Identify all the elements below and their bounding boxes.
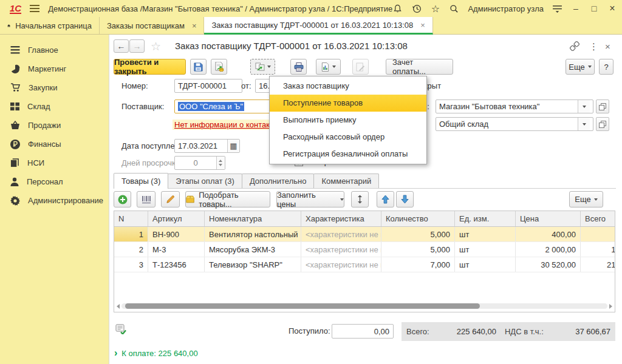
minimize-button[interactable]: –: [571, 4, 581, 13]
sidebar-item-warehouse[interactable]: Склад: [0, 97, 109, 116]
move-up-button[interactable]: [377, 191, 394, 207]
shop-field[interactable]: Магазин "Бытовая техника": [436, 99, 593, 113]
table-cell[interactable]: М-3: [148, 242, 205, 257]
table-cell[interactable]: 5,000: [381, 227, 455, 241]
forward-button[interactable]: →: [129, 39, 145, 53]
kebab-menu-icon[interactable]: ⋮: [589, 41, 598, 52]
table-cell[interactable]: шт: [455, 257, 516, 272]
detail-tab[interactable]: Этапы оплат (3): [168, 174, 242, 188]
spinner-arrows-icon[interactable]: [216, 157, 225, 169]
sidebar-item-purchases[interactable]: Закупки: [0, 78, 109, 97]
table-cell[interactable]: Т-123456: [148, 257, 205, 272]
shop-dropdown-button[interactable]: [578, 100, 590, 113]
table-cell[interactable]: <характеристики не и...: [301, 242, 381, 257]
to-pay-link[interactable]: › К оплате: 225 640,00: [114, 348, 198, 359]
table-cell[interactable]: шт: [455, 242, 516, 257]
warehouse-field[interactable]: Общий склад: [436, 117, 593, 131]
table-cell[interactable]: 2 000,00: [516, 242, 581, 257]
table-cell[interactable]: <характеристики не и...: [301, 227, 381, 241]
table-cell[interactable]: 2: [114, 242, 148, 257]
calendar-icon[interactable]: ▦: [227, 140, 239, 152]
table-row[interactable]: 3Т-123456Телевизор "SHARP"<характеристик…: [114, 257, 615, 272]
column-header[interactable]: Всего: [581, 211, 615, 226]
save-button[interactable]: [190, 59, 207, 75]
barcode-scanner-button[interactable]: [137, 191, 156, 207]
number-field[interactable]: ТДРТ-000001: [174, 79, 242, 93]
table-cell[interactable]: 3: [114, 257, 148, 272]
table-cell[interactable]: ВН-900: [148, 227, 205, 241]
offset-payment-button[interactable]: Зачет оплаты...: [386, 59, 453, 75]
post-and-close-button[interactable]: Провести и закрыть: [114, 59, 186, 75]
no-contact-info-link[interactable]: Нет информации о контактах: [173, 120, 284, 130]
menu-item[interactable]: Выполнить приемку: [270, 112, 426, 129]
maximize-button[interactable]: □: [589, 4, 599, 13]
table-row[interactable]: 1ВН-900Вентилятор настольный<характерист…: [114, 227, 615, 242]
table-cell[interactable]: <характеристики не и...: [301, 257, 381, 272]
menu-item[interactable]: Регистрация безналичной оплаты: [270, 146, 426, 163]
history-icon[interactable]: [411, 4, 422, 14]
column-header[interactable]: Характеристика: [301, 211, 381, 226]
create-based-on-button[interactable]: [250, 59, 275, 75]
warehouse-dropdown-button[interactable]: [578, 118, 590, 130]
column-header[interactable]: Артикул: [148, 211, 205, 226]
detail-tab[interactable]: Комментарий: [313, 174, 379, 188]
scroll-right-icon[interactable]: [609, 304, 612, 309]
edit-button[interactable]: [352, 59, 369, 75]
menu-item[interactable]: Поступление товаров: [270, 95, 426, 112]
detail-tab[interactable]: Товары (3): [114, 173, 168, 189]
sidebar-item-nsi[interactable]: НСИ: [0, 153, 109, 172]
sidebar-item-administration[interactable]: Администрирование: [0, 191, 109, 210]
table-cell[interactable]: 5,000: [381, 242, 455, 257]
column-header[interactable]: Ед. изм.: [455, 211, 516, 226]
print-button[interactable]: [290, 59, 307, 75]
column-header[interactable]: Номенклатура: [205, 211, 301, 226]
table-cell[interactable]: Вентилятор настольный: [205, 227, 301, 241]
service-menu-icon[interactable]: [552, 4, 562, 14]
detail-tab[interactable]: Дополнительно: [242, 174, 315, 188]
scroll-left-icon[interactable]: [117, 304, 120, 309]
close-window-button[interactable]: ×: [607, 3, 617, 14]
edit-row-button[interactable]: [161, 191, 180, 207]
search-icon[interactable]: [449, 4, 459, 14]
sidebar-item-personnel[interactable]: Персонал: [0, 172, 109, 191]
warehouse-open-button[interactable]: [596, 117, 609, 131]
scrollbar-track[interactable]: [121, 303, 607, 309]
goods-table[interactable]: NАртикулНоменклатураХарактеристикаКоличе…: [114, 211, 615, 312]
tab-supplier-orders[interactable]: Заказы поставщикам ×: [100, 17, 204, 34]
column-header[interactable]: Количество: [381, 211, 455, 226]
overdue-days-field[interactable]: 0: [174, 156, 225, 170]
current-user[interactable]: Администратор узла: [468, 4, 544, 13]
menu-item[interactable]: Расходный кассовый ордер: [270, 129, 426, 146]
task-note-icon[interactable]: [115, 324, 126, 336]
notifications-bell-icon[interactable]: [392, 4, 403, 14]
table-cell[interactable]: 10 000,00: [581, 242, 615, 257]
table-cell[interactable]: шт: [455, 227, 516, 241]
sidebar-item-finance[interactable]: Финансы: [0, 135, 109, 153]
back-button[interactable]: ←: [114, 39, 129, 53]
table-cell[interactable]: 400,00: [516, 227, 581, 241]
table-cell[interactable]: 1: [114, 227, 148, 241]
move-down-button[interactable]: [396, 191, 414, 207]
reports-button[interactable]: [316, 59, 341, 75]
tab-supplier-order-document[interactable]: Заказ поставщику ТДРТ-000001 от 16.03.20…: [204, 17, 432, 35]
sidebar-item-sales[interactable]: Продажи: [0, 116, 109, 135]
copy-link-icon[interactable]: [570, 41, 579, 53]
close-form-icon[interactable]: ×: [605, 41, 610, 52]
favorite-star-icon[interactable]: ☆: [151, 39, 161, 53]
pick-goods-button[interactable]: Подобрать товары...: [185, 191, 270, 207]
close-tab-icon[interactable]: ×: [192, 21, 197, 30]
table-more-button[interactable]: Еще: [569, 191, 603, 207]
receipt-date-field[interactable]: 17.03.2021 ▦: [174, 139, 240, 153]
main-menu-icon[interactable]: [30, 5, 39, 12]
horizontal-scrollbar[interactable]: [117, 303, 612, 309]
table-cell[interactable]: 30 520,00: [516, 257, 581, 272]
table-cell[interactable]: Мясорубка ЭКМ-3: [205, 242, 301, 257]
table-row[interactable]: 2М-3Мясорубка ЭКМ-3<характеристики не и.…: [114, 242, 615, 257]
fill-prices-button[interactable]: Заполнить цены: [276, 191, 344, 207]
table-cell[interactable]: Телевизор "SHARP": [205, 257, 301, 272]
add-row-button[interactable]: [114, 191, 131, 207]
shop-open-button[interactable]: [596, 99, 609, 113]
sidebar-item-main[interactable]: Главное: [0, 41, 109, 59]
help-button[interactable]: ?: [599, 59, 613, 75]
column-header[interactable]: N: [114, 211, 148, 226]
